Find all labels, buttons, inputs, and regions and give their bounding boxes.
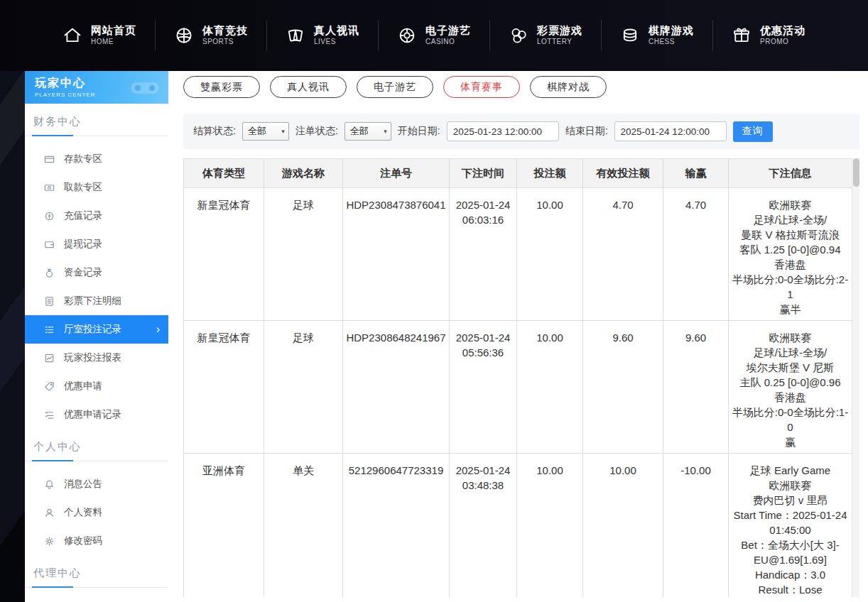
col-bet-amount: 投注额 — [517, 159, 583, 188]
main-content: 雙赢彩票 真人视讯 电子游艺 体育赛事 棋牌对战 结算状态: 全部 ▾ 注单状态… — [168, 71, 868, 602]
nav-item-casino[interactable]: 电子游艺 CASINO — [378, 20, 489, 50]
sidebar-item-label: 彩票下注明细 — [64, 295, 121, 307]
sidebar-item-label: 修改密码 — [64, 535, 102, 547]
top-nav: 网站首页 HOME 体育竞技 SPORTS 真人视讯 LIVES 电子游艺 CA… — [0, 0, 868, 71]
home-icon — [63, 26, 82, 45]
cell-game-name: 足球 — [264, 321, 343, 454]
nav-item-lives[interactable]: 真人视讯 LIVES — [266, 20, 378, 50]
cell-order-no: HDP2308473876041 — [343, 188, 450, 321]
sidebar-item-messages[interactable]: 消息公告 — [25, 470, 168, 498]
nav-label-en: HOME — [91, 38, 136, 47]
tab-sports[interactable]: 体育赛事 — [443, 76, 520, 98]
nav-label-en: PROMO — [760, 38, 805, 47]
tab-casino[interactable]: 电子游艺 — [357, 76, 433, 98]
cell-game-name: 足球 — [264, 188, 343, 321]
sidebar-item-agent-rules[interactable]: 代理规则说明 — [25, 596, 168, 602]
cell-bet-amount: 10.00 — [517, 454, 583, 598]
sidebar-item-label: 优惠申请记录 — [64, 408, 121, 421]
search-button[interactable]: 查询 — [733, 121, 773, 142]
sidebar-item-label: 提现记录 — [64, 238, 102, 251]
gamepad-icon — [129, 77, 161, 100]
sidebar: 玩家中心 PLAYERS CENTER 财务中心 存款专区 取款专区 充值记录 … — [25, 71, 168, 602]
filter-bar: 结算状态: 全部 ▾ 注单状态: 全部 ▾ 开始日期: 结束日期: 查询 — [183, 114, 859, 149]
col-game-name: 游戏名称 — [264, 159, 343, 188]
sidebar-item-label: 充值记录 — [64, 209, 102, 222]
cell-win-loss: 4.70 — [663, 188, 729, 321]
chevron-down-icon: ▾ — [384, 128, 387, 135]
sidebar-item-label: 存款专区 — [64, 153, 102, 165]
end-date-label: 结束日期: — [565, 125, 608, 138]
scrollbar-thumb[interactable] — [853, 158, 859, 187]
bell-icon — [44, 479, 55, 490]
nav-item-sports[interactable]: 体育竞技 SPORTS — [155, 20, 266, 50]
cell-order-no: 5212960647723319 — [343, 454, 450, 598]
chevron-down-icon: ▾ — [281, 128, 285, 135]
order-status-select[interactable]: 全部 ▾ — [345, 122, 391, 141]
chevron-right-icon: › — [156, 323, 160, 336]
cell-sport-type: 新皇冠体育 — [184, 321, 264, 454]
sidebar-item-withdraw-records[interactable]: 提现记录 — [25, 230, 168, 258]
cell-game-name: 单关 — [264, 454, 343, 598]
lives-icon — [286, 26, 305, 45]
start-date-label: 开始日期: — [398, 125, 440, 138]
sidebar-item-label: 消息公告 — [64, 478, 102, 491]
tab-chess[interactable]: 棋牌对战 — [530, 76, 607, 98]
sidebar-item-promo-apply[interactable]: 优惠申请 — [25, 372, 168, 400]
tab-live[interactable]: 真人视讯 — [270, 76, 347, 98]
section-title-personal: 个人中心 — [25, 429, 168, 461]
cell-bet-time: 2025-01-24 06:03:16 — [450, 188, 517, 321]
cell-sport-type: 亚洲体育 — [184, 454, 264, 598]
section-title-finance: 财务中心 — [25, 104, 168, 136]
nav-label-cn: 网站首页 — [91, 24, 136, 38]
table-row: 新皇冠体育 足球 HDP2308648241967 2025-01-24 05:… — [184, 321, 852, 454]
cell-bet-info: 足球 Early Game 欧洲联赛 费内巴切 v 里昂 Start Time：… — [729, 454, 852, 598]
sidebar-item-label: 资金记录 — [64, 266, 102, 279]
sidebar-item-label: 个人资料 — [64, 506, 102, 519]
cell-bet-info: 欧洲联赛 足球/让球-全场/ 埃尔夫斯堡 V 尼斯 主队 0.25 [0-0]@… — [729, 321, 852, 454]
table-header-row: 体育类型 游戏名称 注单号 下注时间 投注额 有效投注额 输赢 下注信息 — [184, 159, 852, 188]
table-row: 新皇冠体育 足球 HDP2308473876041 2025-01-24 06:… — [184, 188, 852, 321]
sidebar-item-recharge-records[interactable]: 充值记录 — [25, 202, 168, 230]
category-tabs: 雙赢彩票 真人视讯 电子游艺 体育赛事 棋牌对战 — [183, 76, 859, 98]
cell-win-loss: 9.60 — [663, 321, 729, 454]
nav-label-en: LIVES — [314, 38, 359, 47]
nav-item-home[interactable]: 网站首页 HOME — [44, 20, 155, 50]
sidebar-item-label: 厅室投注记录 — [64, 323, 121, 336]
document-icon — [44, 296, 55, 307]
casino-icon — [397, 26, 417, 45]
start-date-input[interactable] — [447, 121, 559, 141]
tag-icon — [44, 381, 55, 392]
nav-item-promo[interactable]: 优惠活动 PROMO — [712, 20, 824, 50]
sidebar-item-change-password[interactable]: 修改密码 — [25, 527, 168, 555]
sidebar-item-label: 玩家投注报表 — [64, 351, 121, 364]
sidebar-item-player-bet-report[interactable]: 玩家投注报表 — [25, 344, 168, 372]
col-sport-type: 体育类型 — [184, 159, 264, 188]
sidebar-item-deposit[interactable]: 存款专区 — [25, 145, 168, 173]
sidebar-item-withdraw[interactable]: 取款专区 — [25, 173, 168, 202]
end-date-input[interactable] — [614, 121, 727, 141]
deposit-card-icon — [44, 154, 55, 165]
sidebar-item-lottery-bet-details[interactable]: 彩票下注明细 — [25, 287, 168, 315]
cell-bet-amount: 10.00 — [517, 188, 583, 321]
list-icon — [44, 324, 55, 335]
sports-icon — [174, 26, 194, 45]
settle-status-select[interactable]: 全部 ▾ — [242, 122, 289, 141]
sidebar-item-profile[interactable]: 个人资料 — [25, 498, 168, 527]
bet-records-table-wrap: 体育类型 游戏名称 注单号 下注时间 投注额 有效投注额 输赢 下注信息 新皇冠… — [183, 158, 859, 597]
nav-item-chess[interactable]: 棋牌游戏 CHESS — [601, 20, 712, 50]
sidebar-item-fund-records[interactable]: 资金记录 — [25, 258, 168, 287]
sidebar-item-promo-apply-records[interactable]: 优惠申请记录 — [25, 400, 168, 429]
cell-order-no: HDP2308648241967 — [343, 321, 450, 454]
settle-status-value: 全部 — [248, 125, 266, 138]
cash-icon — [44, 182, 55, 193]
bet-records-table: 体育类型 游戏名称 注单号 下注时间 投注额 有效投注额 输赢 下注信息 新皇冠… — [183, 158, 852, 597]
nav-label-cn: 彩票游戏 — [537, 24, 582, 38]
nav-label-cn: 棋牌游戏 — [649, 24, 694, 38]
table-scrollbar[interactable] — [852, 158, 859, 597]
cell-bet-amount: 10.00 — [517, 321, 583, 454]
tab-lottery[interactable]: 雙赢彩票 — [183, 76, 260, 98]
cell-sport-type: 新皇冠体育 — [184, 188, 264, 321]
nav-item-lottery[interactable]: 彩票游戏 LOTTERY — [489, 20, 601, 50]
sidebar-item-hall-bet-records[interactable]: 厅室投注记录 › — [25, 315, 168, 344]
cell-bet-time: 2025-01-24 03:48:38 — [450, 454, 517, 598]
